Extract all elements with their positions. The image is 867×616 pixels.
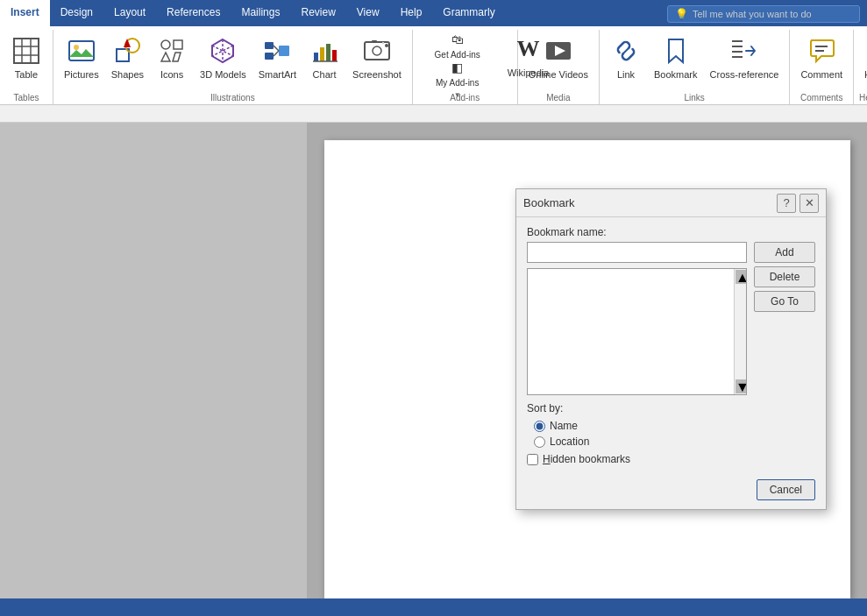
tab-references[interactable]: References — [156, 0, 231, 26]
tab-insert[interactable]: Insert — [0, 0, 50, 26]
add-button[interactable]: Add — [754, 242, 815, 263]
ribbon-group-links: Link Bookmark — [600, 30, 790, 104]
onlinevideos-icon — [543, 35, 574, 67]
pictures-button[interactable]: Pictures — [59, 32, 104, 89]
chart-button[interactable]: Chart — [303, 32, 345, 89]
ribbon-search-box[interactable]: 💡 Tell me what you want to do — [667, 5, 860, 23]
svg-rect-0 — [14, 39, 39, 63]
icons-icon — [156, 35, 188, 67]
link-icon — [610, 35, 642, 67]
cancel-button[interactable]: Cancel — [757, 479, 815, 500]
svg-line-22 — [274, 51, 279, 56]
addins-small-btns: 🛍 Get Add-ins ◧ My Add-ins ▼ — [418, 30, 497, 84]
scrollbar-up[interactable]: ▲ — [736, 270, 746, 284]
ribbon-group-tables-items: Table — [5, 30, 47, 91]
ribbon-group-links-items: Link Bookmark — [605, 30, 784, 91]
myadddins-button[interactable]: ◧ My Add-ins ▼ — [418, 58, 497, 84]
tab-design[interactable]: Design — [50, 0, 103, 26]
bookmark-name-input[interactable] — [527, 242, 747, 263]
svg-rect-18 — [265, 42, 274, 49]
sort-name-radio[interactable] — [534, 421, 545, 432]
chart-icon — [309, 35, 340, 67]
svg-rect-26 — [332, 50, 337, 61]
comment-button[interactable]: Comment — [795, 32, 848, 89]
comment-icon — [806, 35, 837, 67]
dialog-controls: ? ✕ — [777, 194, 819, 213]
delete-button[interactable]: Delete — [754, 266, 815, 287]
ribbon-group-tables: Table Tables — [0, 30, 53, 104]
goto-button[interactable]: Go To — [754, 291, 815, 312]
bookmark-dialog: Bookmark ? ✕ Bookmark name: ▲ ▼ — [515, 188, 827, 510]
sort-name-option[interactable]: Name — [534, 420, 747, 432]
tab-grammarly[interactable]: Grammarly — [432, 0, 505, 26]
table-button-label: Table — [15, 69, 38, 81]
dialog-titlebar: Bookmark ? ✕ — [516, 189, 826, 217]
smartart-button[interactable]: SmartArt — [253, 32, 302, 89]
dialog-body: Bookmark name: ▲ ▼ Sort by: — [516, 217, 826, 509]
screenshot-icon — [361, 35, 393, 67]
scrollbar-down[interactable]: ▼ — [736, 379, 746, 393]
dialog-help-button[interactable]: ? — [777, 194, 796, 213]
onlinevideos-button-label: Online Videos — [529, 69, 588, 81]
screenshot-button[interactable]: Screenshot — [347, 32, 407, 89]
svg-rect-20 — [279, 46, 289, 56]
bookmark-button[interactable]: Bookmark — [649, 32, 703, 89]
link-button[interactable]: Link — [605, 32, 647, 89]
tab-layout[interactable]: Layout — [103, 0, 156, 26]
bookmark-button-label: Bookmark — [654, 69, 698, 81]
sort-location-option[interactable]: Location — [534, 435, 747, 448]
getaddins-icon: 🛍 — [451, 32, 464, 46]
search-placeholder: Tell me what you want to do — [693, 9, 812, 19]
dialog-bottom-buttons: Cancel — [527, 474, 815, 500]
shapes-button[interactable]: Shapes — [106, 32, 149, 89]
illustrations-group-label: Illustrations — [59, 91, 407, 104]
hidden-bookmarks-text: idden bookmarks — [551, 453, 630, 465]
icons-button[interactable]: Icons — [151, 32, 193, 89]
svg-rect-25 — [326, 44, 330, 61]
dialog-title: Bookmark — [523, 196, 575, 209]
getaddins-button[interactable]: 🛍 Get Add-ins — [418, 30, 497, 56]
search-icon: 💡 — [675, 8, 688, 20]
chart-button-label: Chart — [313, 69, 337, 81]
svg-rect-36 — [732, 40, 743, 42]
ribbon-group-headerfooter-items: Header — [859, 30, 867, 91]
bookmark-list[interactable]: ▲ ▼ — [527, 268, 747, 395]
svg-marker-12 — [161, 53, 170, 61]
svg-point-31 — [385, 44, 388, 47]
svg-rect-38 — [732, 51, 743, 53]
ribbon-group-addins: 🛍 Get Add-ins ◧ My Add-ins ▼ W Wikipedia… — [413, 30, 518, 104]
svg-rect-5 — [69, 41, 94, 60]
dialog-main-row: ▲ ▼ Sort by: Name — [527, 242, 815, 474]
list-scrollbar[interactable]: ▲ ▼ — [734, 269, 746, 394]
tab-help[interactable]: Help — [390, 0, 433, 26]
smartart-icon — [261, 35, 293, 67]
comments-group-label: Comments — [795, 91, 848, 104]
ribbon-group-media-items: Online Videos — [523, 30, 593, 91]
scrollbar-track — [735, 285, 746, 379]
smartart-button-label: SmartArt — [259, 69, 296, 81]
ribbon-group-comments: Comment Comments — [790, 30, 854, 104]
hidden-bookmarks-checkbox[interactable] — [527, 454, 538, 465]
table-button[interactable]: Table — [5, 32, 47, 89]
tab-mailings[interactable]: Mailings — [231, 0, 290, 26]
tab-view[interactable]: View — [346, 0, 390, 26]
ribbon-tabs-bar: Insert Design Layout References Mailings… — [0, 0, 867, 26]
comment-button-label: Comment — [800, 69, 842, 81]
sort-radio-group: Name Location — [534, 420, 747, 448]
svg-line-35 — [622, 47, 629, 54]
dialog-close-button[interactable]: ✕ — [799, 194, 819, 213]
svg-rect-41 — [815, 50, 824, 52]
sort-by-row: Sort by: — [527, 402, 747, 414]
dialog-left-col: ▲ ▼ Sort by: Name — [527, 242, 747, 474]
myadddins-icon: ◧ — [451, 60, 463, 74]
crossreference-button[interactable]: Cross-reference — [705, 32, 785, 89]
3dmodels-button[interactable]: 3D Models — [195, 32, 252, 89]
hidden-bookmarks-label[interactable]: Hidden bookmarks — [543, 453, 630, 465]
screenshot-button-label: Screenshot — [352, 69, 402, 81]
ribbon-content: Table Tables Pictures — [0, 26, 867, 105]
sort-location-radio[interactable] — [534, 436, 545, 448]
header-button[interactable]: Header — [859, 32, 867, 89]
svg-line-21 — [274, 46, 279, 51]
tab-review[interactable]: Review — [290, 0, 345, 26]
onlinevideos-button[interactable]: Online Videos — [523, 32, 593, 89]
